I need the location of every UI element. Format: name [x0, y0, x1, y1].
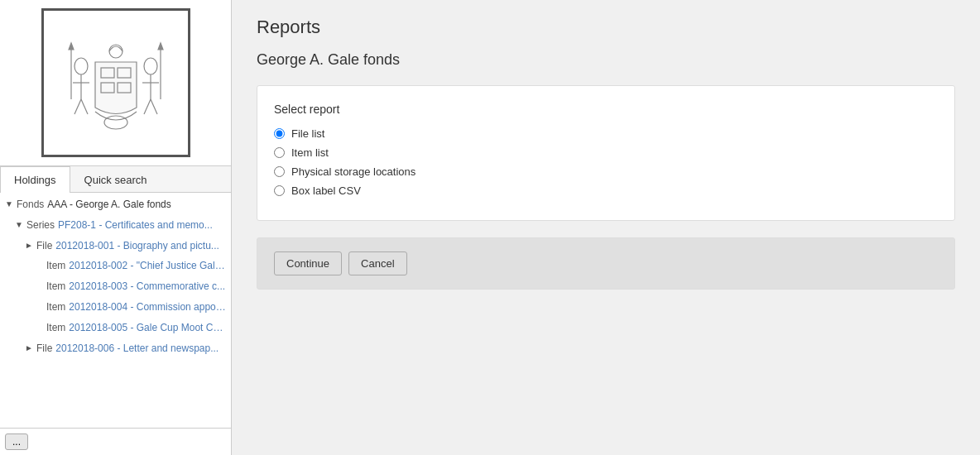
- radio-input-item-list[interactable]: [274, 147, 285, 158]
- tree-item-type: Item: [46, 321, 65, 335]
- tab-quick-search[interactable]: Quick search: [70, 166, 161, 193]
- cancel-button[interactable]: Cancel: [348, 251, 406, 275]
- continue-button[interactable]: Continue: [274, 251, 342, 275]
- tab-holdings[interactable]: Holdings: [0, 166, 70, 193]
- tree-item-type: Item: [46, 280, 65, 294]
- tabs-bar: Holdings Quick search: [0, 166, 231, 193]
- radio-options: File listItem listPhysical storage locat…: [274, 127, 938, 197]
- more-button[interactable]: ...: [5, 433, 28, 450]
- tree-item[interactable]: ►File 2012018-001 - Biography and pictu.…: [0, 236, 231, 256]
- tree-item-label[interactable]: 2012018-006 - Letter and newspap...: [55, 342, 219, 356]
- sidebar-bottom: ...: [0, 428, 231, 455]
- page-title: Reports: [257, 17, 955, 38]
- tree-item-label[interactable]: 2012018-003 - Commemorative c...: [69, 280, 225, 294]
- sidebar: Holdings Quick search ▼Fonds AAA - Georg…: [0, 0, 232, 455]
- radio-label-file-list: File list: [291, 127, 324, 140]
- coat-of-arms-icon: [50, 17, 182, 149]
- action-panel: Continue Cancel: [257, 237, 955, 290]
- tree-arrow-icon: ►: [25, 342, 36, 354]
- tree-item-label[interactable]: 2012018-001 - Biography and pictu...: [55, 239, 219, 253]
- tree-arrow-icon: ►: [25, 240, 36, 251]
- institution-logo: [41, 8, 190, 157]
- report-panel: Select report File listItem listPhysical…: [257, 85, 955, 221]
- tree-item-label[interactable]: PF208-1 - Certificates and memo...: [58, 218, 213, 232]
- report-panel-heading: Select report: [274, 103, 938, 116]
- svg-line-9: [144, 99, 151, 114]
- tree-arrow-icon: ▼: [15, 219, 26, 231]
- tree-item[interactable]: ▼Fonds AAA - George A. Gale fonds: [0, 194, 231, 215]
- logo-area: [0, 0, 231, 166]
- radio-option-box-label[interactable]: Box label CSV: [274, 184, 938, 197]
- tree-item-type: File: [36, 342, 52, 356]
- tree-item-type: Series: [26, 218, 55, 232]
- radio-option-physical-storage[interactable]: Physical storage locations: [274, 165, 938, 178]
- svg-line-10: [151, 99, 157, 114]
- svg-line-4: [74, 99, 81, 114]
- tree-item[interactable]: ▼Series PF208-1 - Certificates and memo.…: [0, 215, 231, 236]
- radio-label-physical-storage: Physical storage locations: [291, 165, 416, 178]
- radio-label-item-list: Item list: [291, 146, 329, 159]
- radio-input-physical-storage[interactable]: [274, 166, 285, 177]
- tree-item[interactable]: Item 2012018-003 - Commemorative c...: [0, 276, 231, 297]
- tree-item-label[interactable]: 2012018-004 - Commission appoi...: [69, 300, 226, 314]
- radio-input-file-list[interactable]: [274, 128, 285, 139]
- tree-item-label[interactable]: 2012018-002 - "Chief Justice Gale" ...: [69, 259, 226, 273]
- radio-option-file-list[interactable]: File list: [274, 127, 938, 140]
- tree-arrow-icon: ▼: [5, 199, 17, 210]
- tree-item[interactable]: ►File 2012018-006 - Letter and newspap..…: [0, 338, 231, 359]
- svg-point-15: [104, 116, 127, 129]
- tree-item-label[interactable]: AAA - George A. Gale fonds: [47, 198, 171, 212]
- tree-item-type: Fonds: [17, 198, 44, 212]
- tree-item-type: Item: [46, 259, 65, 273]
- radio-label-box-label: Box label CSV: [291, 184, 361, 197]
- svg-point-6: [144, 58, 157, 74]
- tree-item[interactable]: Item 2012018-002 - "Chief Justice Gale" …: [0, 256, 231, 276]
- tree-item[interactable]: Item 2012018-004 - Commission appoi...: [0, 297, 231, 318]
- tree-item-label[interactable]: 2012018-005 - Gale Cup Moot Co...: [69, 321, 226, 335]
- tree-item[interactable]: Item 2012018-005 - Gale Cup Moot Co...: [0, 318, 231, 338]
- svg-line-5: [81, 99, 88, 114]
- radio-input-box-label[interactable]: [274, 185, 285, 196]
- tree-area: ▼Fonds AAA - George A. Gale fonds▼Series…: [0, 193, 231, 428]
- main-content: Reports George A. Gale fonds Select repo…: [232, 0, 980, 455]
- record-title: George A. Gale fonds: [257, 51, 955, 69]
- tree-item-type: Item: [46, 300, 65, 314]
- svg-point-1: [74, 58, 88, 74]
- tree-item-type: File: [36, 239, 52, 253]
- radio-option-item-list[interactable]: Item list: [274, 146, 938, 159]
